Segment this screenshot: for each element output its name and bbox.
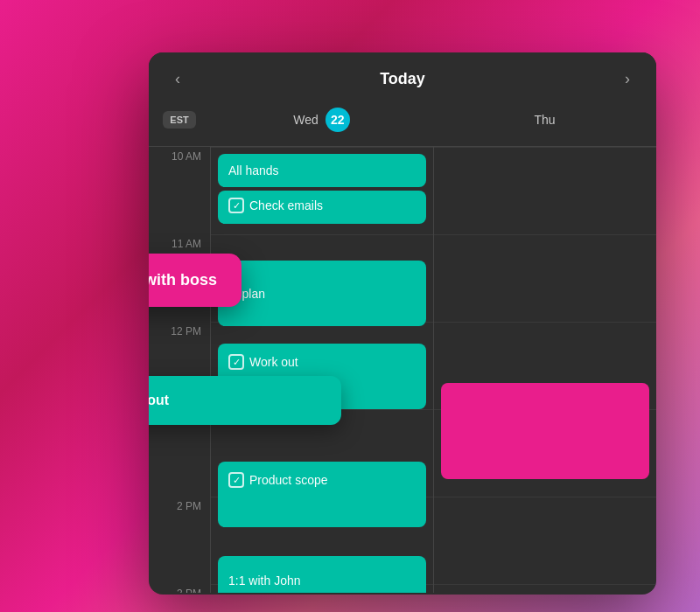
today-label[interactable]: Today [196, 70, 609, 88]
dev-plan-event[interactable]: nt plan [218, 261, 426, 326]
column-headers: EST Wed 22 Thu [149, 101, 656, 147]
thu-hour-3 [434, 584, 656, 585]
next-button[interactable]: › [620, 68, 635, 90]
thu-hour-10 [434, 147, 656, 148]
wed-column: All hands ✓ Check emails nt plan ✓ Work … [210, 147, 433, 593]
prev-button[interactable]: ‹ [170, 68, 186, 90]
wed-col-header[interactable]: Wed 22 [210, 101, 433, 139]
all-hands-event[interactable]: All hands [218, 154, 426, 187]
urgent-meeting-text: Urgent meeting with boss [149, 271, 217, 289]
thu-hour-2 [434, 497, 656, 497]
workout-floating-event[interactable]: ✓ Work out [149, 376, 341, 425]
timezone-badge: EST [163, 111, 195, 129]
thu-hour-11 [434, 234, 656, 235]
thu-hour-12 [434, 322, 656, 323]
hour-line-10 [211, 147, 433, 148]
urgent-meeting-tooltip[interactable]: Urgent meeting with boss [149, 254, 242, 307]
time-10am: 10 AM [149, 147, 210, 234]
time-column: 10 AM 11 AM 12 PM 1 PM 2 PM 3 PM [149, 147, 210, 593]
timezone-col: EST [149, 101, 210, 139]
product-scope-event[interactable]: ✓ Product scope [218, 462, 426, 527]
calendar-body: 10 AM 11 AM 12 PM 1 PM 2 PM 3 PM All han… [149, 147, 656, 593]
wed-day-name: Wed [293, 113, 318, 127]
thu-col-header[interactable]: Thu [433, 101, 656, 139]
one-on-one-event[interactable]: 1:1 with John [218, 556, 426, 593]
thu-column [433, 147, 656, 593]
thu-day-name: Thu [534, 113, 555, 127]
thu-pink-event[interactable] [441, 383, 649, 479]
workout-floating-text: Work out [149, 393, 169, 408]
check-emails-event[interactable]: ✓ Check emails [218, 191, 426, 224]
time-2pm: 2 PM [149, 497, 210, 584]
workout-check-icon: ✓ [228, 354, 244, 370]
calendar-window: ‹ Today › EST Wed 22 Thu 10 AM 11 AM 12 … [149, 52, 656, 595]
hour-line-11 [211, 234, 433, 235]
calendar-header: ‹ Today › [149, 52, 656, 101]
product-scope-icon: ✓ [228, 472, 244, 488]
wed-day-number: 22 [326, 108, 350, 132]
time-3pm: 3 PM [149, 584, 210, 593]
check-emails-icon: ✓ [228, 198, 244, 213]
